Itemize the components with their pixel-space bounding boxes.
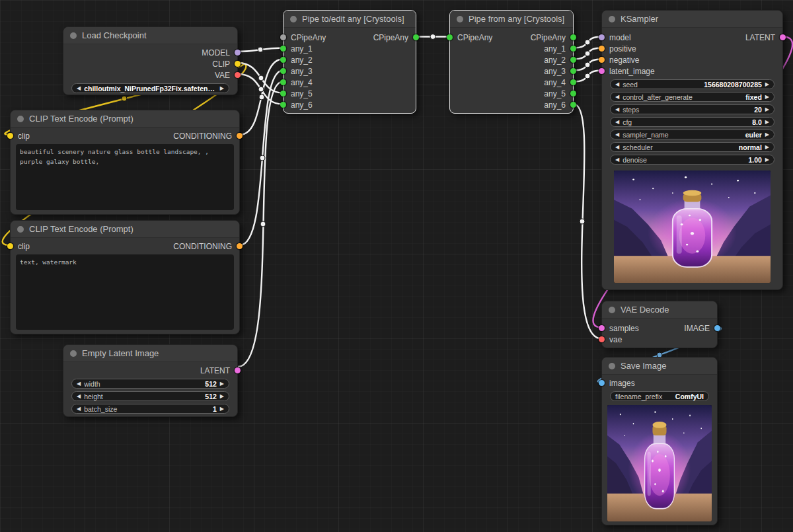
node-title-bar[interactable]: Load Checkpoint — [63, 27, 237, 44]
input-slot-positive[interactable] — [599, 46, 605, 52]
node-empty-latent-image[interactable]: Empty Latent Image LATENT ◀ width 512 ▶ … — [63, 344, 238, 417]
input-slot-vae[interactable] — [599, 336, 605, 342]
collapse-dot-icon[interactable] — [609, 16, 615, 22]
widget-seed[interactable]: ◀ seed 156680208700285 ▶ — [610, 79, 774, 89]
output-slot-any-1[interactable] — [570, 46, 576, 52]
input-slot-cpipeany[interactable] — [447, 34, 453, 40]
link-midpoint-dot[interactable] — [585, 51, 590, 56]
node-graph-canvas[interactable]: { "icons": { "arrow_left": "◀", "arrow_r… — [0, 0, 793, 532]
widget-denoise[interactable]: ◀ denoise 1.00 ▶ — [610, 155, 774, 165]
output-slot-model[interactable] — [235, 50, 241, 56]
output-slot-any-2[interactable] — [570, 57, 576, 63]
output-slot-any-3[interactable] — [570, 68, 576, 74]
node-title-bar[interactable]: KSampler — [602, 11, 782, 28]
output-slot-conditioning[interactable] — [237, 133, 243, 139]
input-slot-any-2[interactable] — [280, 57, 286, 63]
wire-any6-to-vae-decode[interactable] — [574, 104, 601, 339]
node-clip-text-encode-positive[interactable]: CLIP Text Encode (Prompt) clip CONDITION… — [10, 110, 240, 215]
widget-scheduler[interactable]: ◀ scheduler normal ▶ — [610, 142, 774, 152]
link-midpoint-dot[interactable] — [259, 95, 264, 100]
node-clip-text-encode-negative[interactable]: CLIP Text Encode (Prompt) clip CONDITION… — [10, 220, 240, 334]
link-midpoint-dot[interactable] — [258, 75, 264, 81]
node-title-bar[interactable]: Save Image — [602, 358, 717, 375]
output-slot-cpipeany[interactable] — [570, 34, 576, 40]
increment-arrow-icon[interactable]: ▶ — [220, 394, 224, 399]
decrement-arrow-icon[interactable]: ◀ — [615, 107, 619, 112]
output-slot-any-4[interactable] — [570, 79, 576, 85]
link-midpoint-dot[interactable] — [585, 73, 590, 79]
output-slot-vae[interactable] — [235, 72, 241, 78]
input-slot-cpipeany[interactable] — [280, 34, 286, 40]
collapse-dot-icon[interactable] — [17, 226, 24, 233]
decrement-arrow-icon[interactable]: ◀ — [615, 82, 619, 87]
widget-height[interactable]: ◀ height 512 ▶ — [71, 391, 229, 401]
input-slot-model[interactable] — [599, 34, 605, 40]
input-slot-negative[interactable] — [599, 57, 605, 63]
prompt-textarea[interactable]: text, watermark — [16, 254, 234, 330]
link-midpoint-dot[interactable] — [430, 34, 435, 40]
decrement-arrow-icon[interactable]: ◀ — [77, 381, 81, 387]
node-vae-decode[interactable]: VAE Decode samples IMAGE vae — [601, 301, 718, 348]
node-title-bar[interactable]: CLIP Text Encode (Prompt) — [11, 221, 239, 238]
increment-arrow-icon[interactable]: ▶ — [765, 157, 769, 163]
collapse-dot-icon[interactable] — [609, 363, 615, 369]
increment-arrow-icon[interactable]: ▶ — [220, 381, 224, 387]
widget-cfg[interactable]: ◀ cfg 8.0 ▶ — [610, 117, 774, 127]
link-midpoint-dot[interactable] — [258, 87, 264, 92]
node-pipe-from-any[interactable]: Pipe from any [Crystools] CPipeAny CPipe… — [449, 10, 574, 114]
node-load-checkpoint[interactable]: Load Checkpoint MODEL CLIP VAE ◀ chillou… — [63, 26, 238, 95]
widget-width[interactable]: ◀ width 512 ▶ — [71, 379, 229, 389]
output-slot-latent[interactable] — [235, 367, 241, 373]
increment-arrow-icon[interactable]: ▶ — [765, 145, 769, 150]
widget-ckpt-name[interactable]: ◀ chilloutmix_NiPrunedFp32Fix.safetensor… — [71, 83, 229, 93]
decrement-arrow-icon[interactable]: ◀ — [615, 132, 619, 137]
link-midpoint-dot[interactable] — [260, 155, 265, 161]
widget-control-after-generate[interactable]: ◀ control_after_generate fixed ▶ — [610, 92, 774, 102]
input-slot-images[interactable] — [599, 380, 605, 386]
link-midpoint-dot[interactable] — [585, 40, 590, 45]
input-slot-any-3[interactable] — [280, 68, 286, 74]
link-midpoint-dot[interactable] — [258, 47, 263, 52]
input-slot-any-4[interactable] — [280, 79, 286, 85]
node-save-image[interactable]: Save Image images filename_prefix ComfyU… — [601, 357, 718, 525]
link-midpoint-dot[interactable] — [585, 62, 590, 67]
node-title-bar[interactable]: CLIP Text Encode (Prompt) — [11, 110, 239, 128]
decrement-arrow-icon[interactable]: ◀ — [77, 394, 81, 399]
decrement-arrow-icon[interactable]: ◀ — [77, 86, 81, 91]
collapse-dot-icon[interactable] — [70, 32, 77, 39]
node-title-bar[interactable]: VAE Decode — [602, 301, 717, 319]
output-slot-conditioning[interactable] — [237, 243, 243, 249]
collapse-dot-icon[interactable] — [290, 16, 297, 22]
link-midpoint-dot[interactable] — [122, 96, 127, 101]
input-slot-samples[interactable] — [599, 325, 605, 331]
output-slot-cpipeany[interactable] — [413, 34, 419, 40]
widget-steps[interactable]: ◀ steps 20 ▶ — [610, 104, 774, 114]
widget-filename-prefix[interactable]: filename_prefix ComfyUI — [610, 391, 709, 401]
widget-batch-size[interactable]: ◀ batch_size 1 ▶ — [71, 404, 229, 414]
decrement-arrow-icon[interactable]: ◀ — [615, 157, 619, 163]
increment-arrow-icon[interactable]: ▶ — [765, 132, 769, 137]
collapse-dot-icon[interactable] — [609, 307, 615, 313]
link-midpoint-dot[interactable] — [580, 219, 585, 224]
decrement-arrow-icon[interactable]: ◀ — [615, 120, 619, 125]
increment-arrow-icon[interactable]: ▶ — [765, 120, 769, 125]
link-midpoint-dot[interactable] — [260, 221, 266, 227]
output-slot-image[interactable] — [714, 325, 720, 331]
output-slot-clip[interactable] — [235, 61, 241, 67]
increment-arrow-icon[interactable]: ▶ — [765, 95, 769, 100]
output-slot-latent[interactable] — [780, 34, 786, 40]
output-slot-any-5[interactable] — [570, 91, 576, 96]
input-slot-clip[interactable] — [7, 133, 13, 139]
node-title-bar[interactable]: Empty Latent Image — [63, 345, 237, 362]
widget-sampler-name[interactable]: ◀ sampler_name euler ▶ — [610, 130, 774, 139]
input-slot-any-1[interactable] — [280, 46, 286, 52]
node-pipe-to-edit-any[interactable]: Pipe to/edit any [Crystools] CPipeAny CP… — [283, 10, 416, 114]
input-slot-any-5[interactable] — [280, 91, 286, 96]
decrement-arrow-icon[interactable]: ◀ — [77, 406, 81, 412]
collapse-dot-icon[interactable] — [17, 116, 24, 122]
input-slot-latent-image[interactable] — [599, 68, 605, 74]
collapse-dot-icon[interactable] — [457, 16, 463, 22]
increment-arrow-icon[interactable]: ▶ — [765, 82, 769, 87]
input-slot-clip[interactable] — [7, 243, 13, 249]
increment-arrow-icon[interactable]: ▶ — [765, 107, 769, 112]
